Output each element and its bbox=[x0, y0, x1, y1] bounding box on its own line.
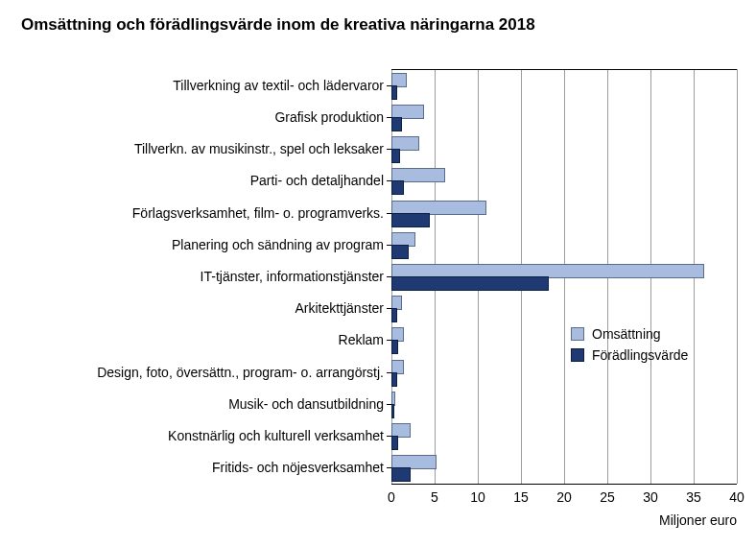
category-label: Reklam bbox=[19, 332, 384, 347]
category-label: Design, foto, översättn., program- o. ar… bbox=[19, 365, 384, 380]
legend-swatch-icon bbox=[571, 348, 584, 362]
bar-foradlingsvarde bbox=[391, 436, 398, 450]
category-label: Förlagsverksamhet, film- o. programverks… bbox=[19, 205, 384, 221]
category-label: Musik- och dansutbildning bbox=[19, 396, 384, 412]
category-label: Tillverkning av textil- och lädervaror bbox=[19, 78, 384, 93]
legend-item-foradlingsvarde: Förädlingsvärde bbox=[571, 347, 688, 363]
legend: Omsättning Förädlingsvärde bbox=[571, 326, 688, 369]
x-axis-label: Miljoner euro bbox=[659, 512, 737, 528]
bar-foradlingsvarde bbox=[391, 245, 409, 259]
category-label: Konstnärlig och kulturell verksamhet bbox=[19, 428, 384, 443]
legend-label-foradlingsvarde: Förädlingsvärde bbox=[592, 347, 688, 363]
bar-foradlingsvarde bbox=[391, 180, 404, 195]
axis-line bbox=[391, 69, 737, 70]
bar-foradlingsvarde bbox=[391, 308, 397, 322]
legend-swatch-icon bbox=[571, 327, 584, 341]
x-tick-label: 40 bbox=[729, 489, 744, 505]
x-tick-label: 20 bbox=[556, 489, 572, 505]
category-label: Fritids- och nöjesverksamhet bbox=[19, 460, 384, 475]
category-label: Arkitekttjänster bbox=[19, 300, 384, 316]
x-tick-label: 25 bbox=[600, 489, 615, 505]
category-label: Tillverkn. av musikinstr., spel och leks… bbox=[19, 141, 384, 156]
bar-foradlingsvarde bbox=[391, 372, 397, 387]
category-label: Grafisk produktion bbox=[19, 109, 384, 125]
category-label: IT-tjänster, informationstjänster bbox=[19, 269, 384, 284]
category-label: Parti- och detaljhandel bbox=[19, 173, 384, 188]
chart-area: 0510152025303540Tillverkning av textil- … bbox=[0, 54, 756, 514]
bar-foradlingsvarde bbox=[391, 276, 549, 291]
x-tick-label: 15 bbox=[513, 489, 529, 505]
gridline bbox=[737, 69, 738, 484]
bar-foradlingsvarde bbox=[391, 213, 430, 227]
category-label: Planering och sändning av program bbox=[19, 237, 384, 252]
x-tick-label: 30 bbox=[643, 489, 658, 505]
bar-foradlingsvarde bbox=[391, 467, 411, 482]
x-tick-label: 0 bbox=[388, 489, 395, 505]
bar-foradlingsvarde bbox=[391, 149, 400, 163]
axis-line bbox=[391, 484, 737, 485]
x-tick-label: 5 bbox=[431, 489, 438, 505]
chart-title: Omsättning och förädlingsvärde inom de k… bbox=[21, 15, 535, 35]
x-tick-label: 10 bbox=[470, 489, 485, 505]
legend-item-omsattning: Omsättning bbox=[571, 326, 688, 342]
bar-foradlingsvarde bbox=[391, 340, 398, 354]
legend-label-omsattning: Omsättning bbox=[592, 326, 661, 342]
bar-foradlingsvarde bbox=[391, 404, 394, 418]
bar-foradlingsvarde bbox=[391, 85, 397, 100]
bar-foradlingsvarde bbox=[391, 117, 402, 131]
x-tick-label: 35 bbox=[686, 489, 701, 505]
